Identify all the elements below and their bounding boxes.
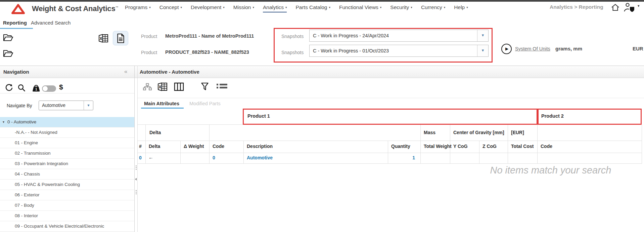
tab-main-attributes[interactable]: Main Attributes — [144, 101, 179, 106]
tree-item-04-chassis[interactable]: 04 - Chassis — [0, 169, 134, 180]
open-report-folder-icon[interactable] — [3, 49, 13, 58]
tree-item-not-assigned[interactable]: -N.A.- - Not Assigned — [0, 127, 134, 138]
product-label-1: Product — [141, 34, 157, 39]
col-header-delta[interactable]: Delta — [149, 144, 160, 149]
user-menu-caret-icon[interactable]: ▾ — [638, 4, 640, 8]
nav-label: Mission — [233, 4, 251, 10]
col-header-y-cog[interactable]: Y CoG — [453, 144, 468, 149]
row-num-link[interactable]: 0 — [139, 155, 142, 160]
tab-modified-parts[interactable]: Modified Parts — [189, 101, 221, 106]
tree-item-08-interior[interactable]: 08 - Interior — [0, 211, 134, 221]
row-description-link[interactable]: Automotive — [247, 155, 273, 160]
snapshot-dropdown-1-value: C - Work in Progress - 24/Apr/2024 — [313, 30, 389, 41]
product-label-2: Product — [141, 50, 157, 55]
tab-advanced-search[interactable]: Advanced Search — [31, 20, 71, 26]
grip-dot — [136, 167, 137, 168]
tree-item-09-occupant-electrical[interactable]: 09 - Occupant & Vehicle Electrical/Elect… — [0, 221, 134, 232]
run-report-button[interactable]: ▶ — [501, 44, 512, 54]
nav-mission[interactable]: Mission▾ — [233, 4, 254, 10]
main-panel-border — [137, 66, 138, 232]
col-header-total-cost[interactable]: Total Cost — [511, 144, 534, 149]
snapshot-dropdown-1-caret-icon[interactable]: ▾ — [477, 30, 488, 41]
nav-development[interactable]: Development▾ — [191, 4, 225, 10]
tree-expand-caret-icon[interactable]: ▾ — [3, 117, 4, 127]
nav-help[interactable]: Help▾ — [454, 4, 468, 10]
columns-icon[interactable] — [174, 82, 184, 91]
snapshot-dropdown-2-caret-icon[interactable]: ▾ — [477, 45, 488, 56]
tree-item-02-transmission[interactable]: 02 - Transmission — [0, 148, 134, 159]
system-of-units-link[interactable]: System Of Units — [515, 46, 550, 51]
col-header-total-weight[interactable]: Total Weight — [424, 144, 452, 149]
logo-triangle-icon — [11, 4, 25, 14]
nav-security[interactable]: Security▾ — [390, 4, 412, 10]
col-header-delta-weight[interactable]: Δ Weight — [184, 144, 204, 149]
splitter-grip[interactable] — [135, 165, 137, 170]
splitter-grip[interactable] — [135, 189, 137, 195]
document-icon — [117, 33, 125, 43]
cost-dollar-icon[interactable]: $ — [59, 83, 63, 91]
snapshot-dropdown-2[interactable]: C - Work in Progress - 01/Oct/2023 ▾ — [309, 45, 489, 57]
col-header-code[interactable]: Code — [213, 144, 224, 149]
tree-item-01-engine[interactable]: 01 - Engine — [0, 138, 134, 148]
nav-programs[interactable]: Programs▾ — [125, 4, 151, 10]
svg-text:1: 1 — [35, 87, 37, 91]
group-header-eur: [EUR] — [511, 130, 524, 135]
nav-analytics[interactable]: Analytics▾ — [263, 4, 287, 12]
product1-annotation-box — [243, 109, 538, 125]
nav-parts-catalog[interactable]: Parts Catalog▾ — [295, 4, 330, 10]
col-header-code2[interactable]: Code — [541, 144, 552, 149]
nav-concept[interactable]: Concept▾ — [159, 4, 182, 10]
window-top-strip — [0, 0, 644, 2]
group-header-product2: Product 2 — [541, 113, 564, 119]
weight-cost-toggle[interactable] — [42, 85, 56, 92]
splitter-collapse-arrow-icon[interactable] — [135, 178, 137, 181]
tree-item-05-hvac[interactable]: 05 - HVAC & Powertrain Cooling — [0, 180, 134, 190]
refresh-icon[interactable] — [5, 84, 13, 92]
row-code-link[interactable]: 0 — [213, 155, 215, 160]
collapse-panel-icon[interactable]: « — [124, 68, 127, 75]
tree-item-automotive-root[interactable]: ▾ 0 - Automotive — [0, 117, 134, 127]
nav-label: Currency — [421, 4, 442, 10]
tree-item-06-exterior[interactable]: 06 - Exterior — [0, 190, 134, 200]
export-excel-icon[interactable]: X — [157, 82, 168, 92]
toggle-knob — [42, 86, 48, 91]
grip-dot — [136, 190, 137, 191]
chevron-down-icon: ▾ — [223, 6, 225, 9]
app-title-text: Weight & Cost Analytics — [32, 4, 115, 13]
report-view-button[interactable] — [113, 31, 128, 45]
table-gridline — [243, 141, 244, 164]
navigate-by-caret-icon[interactable]: ▾ — [84, 101, 93, 110]
filter-icon[interactable] — [201, 82, 209, 91]
home-icon[interactable] — [611, 3, 620, 11]
navigate-by-select[interactable]: Automotive ▾ — [39, 101, 93, 110]
col-header-quantity[interactable]: Quantity — [391, 144, 410, 149]
export-excel-icon[interactable]: X — [98, 33, 109, 43]
col-header-description[interactable]: Description — [247, 144, 273, 149]
table-gridline — [642, 125, 642, 164]
nav-currency[interactable]: Currency▾ — [421, 4, 445, 10]
navigate-by-label: Navigate By — [7, 103, 32, 108]
hierarchy-view-icon[interactable] — [143, 83, 152, 91]
tab-reporting[interactable]: Reporting — [3, 20, 27, 26]
user-menu[interactable] — [623, 2, 636, 12]
chevron-down-icon: ▾ — [252, 6, 254, 9]
open-report-folder-icon[interactable] — [3, 33, 13, 42]
navigation-panel-title: Navigation — [3, 69, 29, 75]
tree-item-07-body[interactable]: 07 - Body — [0, 200, 134, 211]
app-title: Weight & Cost Analytics™ — [32, 4, 118, 13]
chevron-down-icon: ▾ — [329, 6, 330, 9]
col-header-num[interactable]: # — [139, 144, 142, 149]
list-settings-icon[interactable] — [216, 83, 228, 91]
weight-icon[interactable]: 1 — [32, 83, 41, 92]
tree-item-03-powertrain-integration[interactable]: 03 - Powertrain Integration — [0, 159, 134, 169]
search-icon[interactable] — [17, 84, 26, 92]
nav-functional-views[interactable]: Functional Views▾ — [339, 4, 381, 10]
table-gridline — [138, 141, 642, 141]
snapshot-dropdown-1[interactable]: C - Work in Progress - 24/Apr/2024 ▾ — [309, 30, 489, 42]
nav-label: Development — [191, 4, 221, 10]
col-header-z-cog[interactable]: Z CoG — [482, 144, 497, 149]
nav-label: Programs — [125, 4, 147, 10]
panel-header-band — [0, 66, 644, 78]
table-gridline — [209, 125, 210, 164]
tree-item-label: 01 - Engine — [0, 138, 38, 148]
